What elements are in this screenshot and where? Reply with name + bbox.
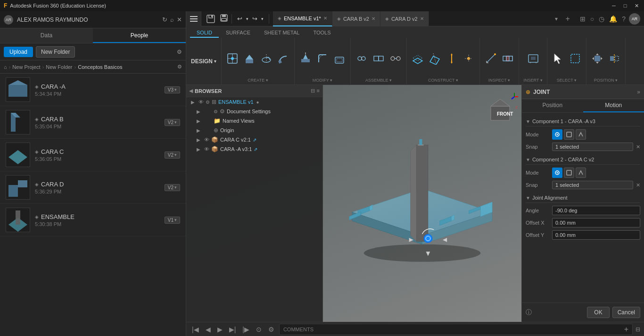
doc-tab-close-icon[interactable]: ✕ — [323, 16, 327, 21]
browser-item-arrow-icon[interactable]: ▶ — [197, 147, 202, 152]
interference-button[interactable] — [500, 51, 516, 66]
online-icon[interactable]: ○ — [589, 14, 595, 24]
fillet-button[interactable] — [314, 51, 330, 66]
mode-tab-sheet-metal[interactable]: SHEET METAL — [257, 28, 306, 38]
redo-button[interactable]: ↪ — [251, 14, 259, 23]
skip-start-icon[interactable]: |◀ — [190, 325, 201, 334]
doc-tab-2[interactable]: ◈ CARA D v2 ✕ — [380, 11, 429, 26]
browser-item-arrow-icon[interactable]: ▶ — [197, 137, 202, 143]
component1-mode-btn2[interactable] — [564, 129, 574, 140]
breadcrumb-settings-icon[interactable]: ⚙ — [177, 64, 182, 70]
joint-tab-position[interactable]: Position — [522, 99, 583, 112]
component1-mode-btn3[interactable] — [576, 129, 586, 140]
tab-overflow-icon[interactable]: ▾ — [552, 16, 561, 22]
select-button[interactable] — [550, 51, 566, 66]
file-menu-button[interactable] — [203, 11, 218, 26]
component1-collapse-icon[interactable]: ▼ — [526, 119, 530, 124]
file-item[interactable]: ◈ CARA -A 5:34:34 PM V3 ▾ — [0, 74, 186, 106]
plane-at-angle-button[interactable] — [427, 51, 443, 66]
version-badge[interactable]: V1 ▾ — [165, 217, 180, 224]
breadcrumb-current[interactable]: Conceptos Basicos — [78, 64, 122, 70]
component1-snap-clear-icon[interactable]: ✕ — [636, 144, 640, 150]
comments-area[interactable]: COMMENTS + — [279, 324, 633, 335]
doc-tab-close-icon[interactable]: ✕ — [420, 16, 424, 21]
new-tab-button[interactable]: + — [562, 15, 572, 23]
upload-button[interactable]: Upload — [4, 47, 33, 57]
offset-plane-button[interactable] — [410, 51, 426, 66]
browser-item-arrow-icon[interactable]: ▶ — [197, 118, 202, 124]
minimize-button[interactable]: ─ — [610, 2, 618, 9]
breadcrumb-folder[interactable]: New Folder — [46, 64, 72, 70]
hamburger-button[interactable] — [186, 11, 201, 26]
clock-icon[interactable]: ◷ — [597, 14, 606, 24]
settings-icon[interactable]: ⚙ — [177, 49, 182, 55]
browser-item-gear-icon[interactable]: ⚙ — [214, 109, 218, 114]
axis-button[interactable] — [444, 51, 460, 66]
browser-item-eye-icon[interactable]: 👁 — [204, 137, 209, 143]
browser-item-arrow-icon[interactable]: ▶ — [197, 128, 202, 133]
point-button[interactable] — [461, 51, 477, 66]
browser-expand-icon[interactable]: ⊟ — [311, 88, 315, 94]
browser-item-arrow-icon[interactable]: ▶ — [191, 100, 197, 105]
file-item[interactable]: ◈ ENSAMBLE 5:30:38 PM V1 ▾ — [0, 204, 186, 236]
joint-tab-motion[interactable]: Motion — [583, 99, 644, 112]
undo-button[interactable]: ↩ — [236, 14, 244, 23]
cancel-button[interactable]: Cancel — [612, 307, 640, 318]
browser-item-gear-icon[interactable]: ⚙ — [206, 100, 210, 105]
search-icon[interactable]: ⌕ — [170, 16, 174, 23]
skip-end-icon[interactable]: |▶ — [240, 325, 251, 334]
version-badge[interactable]: V2 ▾ — [165, 184, 180, 191]
maximize-button[interactable]: □ — [621, 2, 629, 9]
help-icon[interactable]: ? — [620, 14, 627, 24]
browser-item[interactable]: ▶👁 📦 CARA C v2:1⇗ — [186, 135, 322, 144]
browser-item-eye-icon[interactable]: 👁 — [204, 146, 209, 152]
component2-mode-btn3[interactable] — [576, 168, 586, 178]
mode-tab-surface[interactable]: SURFACE — [219, 28, 257, 38]
refresh-icon[interactable]: ↻ — [162, 16, 167, 23]
add-comment-icon[interactable]: + — [624, 325, 628, 334]
breadcrumb-project[interactable]: New Project — [12, 64, 40, 70]
step-forward-icon[interactable]: ▶| — [227, 325, 238, 334]
tab-people[interactable]: People — [93, 28, 186, 43]
browser-item[interactable]: ▶👁 📦 CARA -A v3:1⇗ — [186, 144, 322, 154]
align-button[interactable] — [606, 51, 622, 66]
browser-item[interactable]: ▶ 📁 Named Views — [186, 116, 322, 126]
component1-mode-btn1[interactable] — [552, 129, 562, 140]
close-panel-icon[interactable]: ✕ — [177, 16, 182, 23]
alignment-collapse-icon[interactable]: ▼ — [526, 195, 530, 201]
file-item[interactable]: ◈ CARA C 5:36:05 PM V2 ▾ — [0, 139, 186, 171]
viewport[interactable]: ◀ BROWSER ⊟ ≡ ▶👁⚙ ⊞ ENSAMBLE v1●▶⚙ ⚙ Doc… — [186, 85, 644, 322]
motion-link-button[interactable] — [388, 51, 404, 66]
ok-button[interactable]: OK — [587, 307, 609, 318]
save-icon[interactable] — [220, 14, 228, 23]
press-pull-button[interactable] — [297, 51, 314, 66]
component2-collapse-icon[interactable]: ▼ — [526, 157, 530, 162]
version-badge[interactable]: V2 ▾ — [165, 151, 180, 159]
insert-canvas-button[interactable] — [525, 51, 541, 66]
info-icon[interactable]: ⓘ — [526, 308, 584, 317]
create-component-button[interactable] — [224, 51, 240, 66]
measure-button[interactable] — [483, 51, 499, 66]
browser-item[interactable]: ▶ ⊕ Origin — [186, 126, 322, 135]
offset-x-input[interactable] — [552, 218, 640, 227]
browser-item-settings-icon[interactable]: ● — [256, 100, 259, 105]
step-back-icon[interactable]: ◀ — [204, 325, 213, 334]
joint-expand-icon[interactable]: » — [637, 89, 640, 95]
browser-item-eye-icon[interactable]: 👁 — [198, 99, 204, 105]
component2-snap-clear-icon[interactable]: ✕ — [636, 182, 640, 188]
settings-icon[interactable]: ⚙ — [266, 325, 276, 334]
design-dropdown[interactable]: DESIGN ▾ — [186, 38, 222, 84]
redo-dropdown[interactable]: ▾ — [260, 16, 265, 22]
doc-tab-0[interactable]: ◈ ENSAMBLE v1* ✕ — [273, 11, 332, 26]
browser-collapse-icon[interactable]: ◀ — [189, 88, 193, 94]
component2-mode-btn1[interactable] — [552, 168, 562, 178]
bell-icon[interactable]: 🔔 — [608, 14, 619, 24]
undo-dropdown[interactable]: ▾ — [245, 16, 250, 22]
grid-icon[interactable]: ⊞ — [578, 14, 587, 24]
new-folder-button[interactable]: New Folder — [36, 46, 75, 58]
doc-tab-1[interactable]: ◈ CARA B v2 ✕ — [332, 11, 380, 26]
offset-y-input[interactable] — [552, 230, 640, 240]
component2-mode-btn2[interactable] — [564, 168, 574, 178]
joint-button[interactable] — [354, 51, 370, 66]
version-badge[interactable]: V3 ▾ — [165, 86, 180, 93]
